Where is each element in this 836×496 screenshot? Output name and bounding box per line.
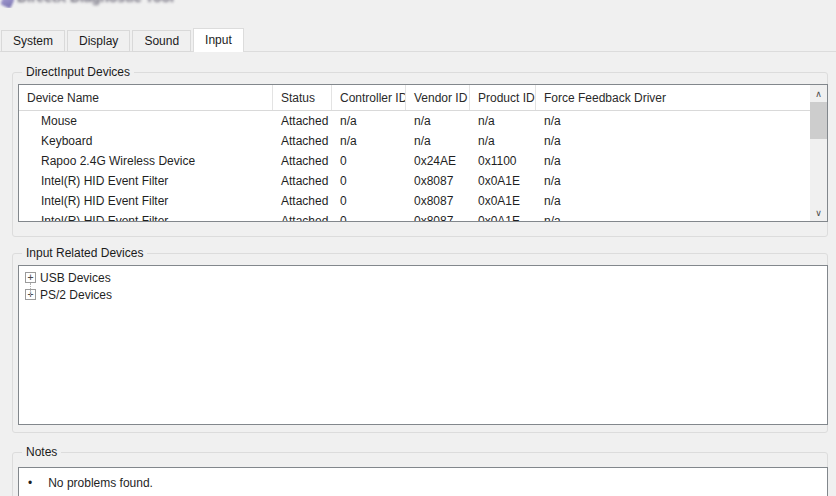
column-header-device-name[interactable]: Device Name [19,85,273,110]
scroll-down-icon[interactable]: ∨ [810,204,827,221]
cell-vendor-id: n/a [406,131,470,151]
tab-display[interactable]: Display [67,30,130,52]
cell-vendor-id: 0x8087 [406,191,470,211]
cell-device-name: Intel(R) HID Event Filter [19,211,273,221]
tree-item-usb-devices[interactable]: + USB Devices [19,269,827,286]
tab-bar: System Display Sound Input [1,28,246,52]
bullet-icon: • [28,476,32,490]
table-columns: Device Name Status Controller ID Vendor … [19,85,810,221]
titlebar-fragment: DirectX Diagnostic Tool [0,0,320,8]
table-row[interactable]: Intel(R) HID Event Filter Attached 0 0x8… [19,211,810,221]
dxdiag-window: DirectX Diagnostic Tool System Display S… [0,0,836,496]
cell-device-name: Intel(R) HID Event Filter [19,191,273,211]
cell-force-feedback-driver: n/a [536,111,810,131]
scrollbar-track[interactable] [810,139,827,204]
tab-system[interactable]: System [1,30,65,52]
table-row[interactable]: Mouse Attached n/a n/a n/a n/a [19,111,810,131]
table-header-row: Device Name Status Controller ID Vendor … [19,85,810,111]
cell-status: Attached [273,211,332,221]
cell-device-name: Rapoo 2.4G Wireless Device [19,151,273,171]
directinput-devices-group-label: DirectInput Devices [22,65,134,80]
cell-vendor-id: 0x24AE [406,151,470,171]
column-header-product-id[interactable]: Product ID [470,85,536,110]
input-related-devices-group-label: Input Related Devices [22,246,147,261]
cell-product-id: 0x0A1E [470,211,536,221]
expand-plus-icon[interactable]: + [25,272,36,283]
cell-controller-id: 0 [332,151,406,171]
dxdiag-app-icon [0,0,15,8]
cell-product-id: 0x0A1E [470,191,536,211]
cell-controller-id: n/a [332,111,406,131]
cell-controller-id: n/a [332,131,406,151]
tree-item-label: USB Devices [40,271,111,285]
cell-device-name: Keyboard [19,131,273,151]
input-related-devices-tree: + USB Devices + PS/2 Devices [18,265,828,425]
column-header-vendor-id[interactable]: Vendor ID [406,85,470,110]
column-header-status[interactable]: Status [273,85,332,110]
note-item: • No problems found. [19,473,827,493]
cell-controller-id: 0 [332,211,406,221]
table-row[interactable]: Keyboard Attached n/a n/a n/a n/a [19,131,810,151]
window-title: DirectX Diagnostic Tool [17,0,174,5]
tree-item-label: PS/2 Devices [40,288,112,302]
cell-status: Attached [273,151,332,171]
cell-status: Attached [273,191,332,211]
cell-vendor-id: 0x8087 [406,171,470,191]
tree-connector-line [30,283,31,295]
cell-device-name: Intel(R) HID Event Filter [19,171,273,191]
note-text: No problems found. [48,476,153,490]
cell-status: Attached [273,111,332,131]
table-row[interactable]: Intel(R) HID Event Filter Attached 0 0x8… [19,171,810,191]
column-header-controller-id[interactable]: Controller ID [332,85,406,110]
notes-group-label: Notes [22,445,61,460]
cell-product-id: 0x0A1E [470,171,536,191]
cell-status: Attached [273,171,332,191]
scroll-up-icon[interactable]: ∧ [810,85,827,102]
cell-device-name: Mouse [19,111,273,131]
cell-vendor-id: 0x8087 [406,211,470,221]
cell-force-feedback-driver: n/a [536,191,810,211]
cell-product-id: n/a [470,111,536,131]
column-header-force-feedback-driver[interactable]: Force Feedback Driver [536,85,810,110]
cell-status: Attached [273,131,332,151]
cell-force-feedback-driver: n/a [536,151,810,171]
cell-product-id: n/a [470,131,536,151]
cell-product-id: 0x1100 [470,151,536,171]
directinput-devices-table: Device Name Status Controller ID Vendor … [18,84,828,222]
table-body: Mouse Attached n/a n/a n/a n/a Keyboard … [19,111,810,221]
notes-box: • No problems found. [18,467,828,496]
cell-force-feedback-driver: n/a [536,211,810,221]
cell-force-feedback-driver: n/a [536,131,810,151]
cell-controller-id: 0 [332,171,406,191]
cell-force-feedback-driver: n/a [536,171,810,191]
table-row[interactable]: Intel(R) HID Event Filter Attached 0 0x8… [19,191,810,211]
table-row[interactable]: Rapoo 2.4G Wireless Device Attached 0 0x… [19,151,810,171]
table-scrollbar[interactable]: ∧ ∨ [810,85,827,221]
tab-input[interactable]: Input [193,28,244,52]
cell-controller-id: 0 [332,191,406,211]
tab-sound[interactable]: Sound [132,30,191,52]
cell-vendor-id: n/a [406,111,470,131]
tree-item-ps2-devices[interactable]: + PS/2 Devices [19,286,827,303]
scrollbar-thumb[interactable] [810,102,827,139]
